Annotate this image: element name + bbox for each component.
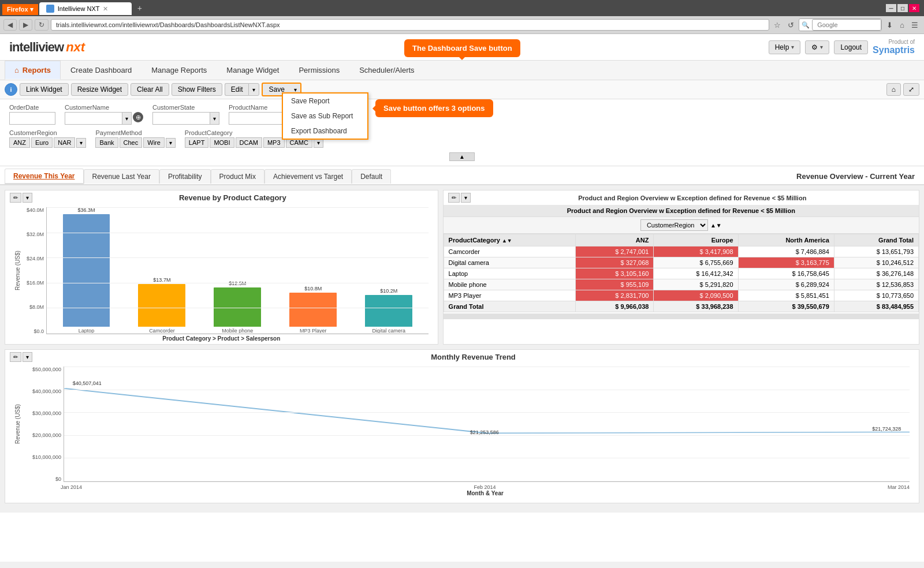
reload-button[interactable]: ↺ [785, 20, 796, 31]
back-button[interactable]: ◀ [3, 19, 17, 31]
order-date-input[interactable] [9, 112, 55, 125]
nav-tab-manage-widget[interactable]: Manage Widget [217, 61, 289, 80]
new-tab-button[interactable]: + [133, 1, 147, 15]
forward-button[interactable]: ▶ [19, 19, 32, 31]
tab-profitability[interactable]: Profitability [159, 169, 211, 184]
customer-region-nar[interactable]: NAR [54, 137, 75, 148]
info-button[interactable]: i [5, 83, 17, 96]
bar-chart-dropdown-btn[interactable]: ▾ [23, 193, 32, 203]
filter-collapse-button[interactable]: ▲ [449, 152, 475, 161]
firefox-button[interactable]: Firefox ▾ [2, 4, 38, 15]
edit-dropdown-button[interactable]: ▾ [248, 83, 259, 96]
bar-chart-x-axis-label: Product Category > Product > Salesperson [14, 335, 429, 342]
cell-laptop-anz: $ 3,105,160 [576, 268, 654, 279]
edit-button[interactable]: Edit [225, 83, 249, 96]
nav-tab-manage-reports-label: Manage Reports [151, 66, 207, 74]
table-horizontal-scrollbar[interactable] [444, 313, 919, 319]
customer-region-dropdown-btn[interactable]: ▾ [76, 138, 86, 148]
logout-button[interactable]: Logout [834, 40, 868, 54]
col-header-anz[interactable]: ANZ [576, 234, 654, 246]
line-chart-dropdown-btn[interactable]: ▾ [23, 352, 32, 362]
window-minimize-button[interactable]: ─ [886, 4, 896, 12]
nav-tab-scheduler-alerts-label: Scheduler/Alerts [359, 66, 414, 74]
cell-mp3-category: MP3 Player [444, 290, 576, 301]
show-filters-button[interactable]: Show Filters [172, 83, 222, 96]
export-dashboard-option[interactable]: Export Dashboard [283, 124, 367, 139]
nav-tab-reports[interactable]: ⌂ Reports [5, 61, 61, 80]
payment-method-dropdown-btn[interactable]: ▾ [166, 138, 176, 148]
settings-button[interactable]: ⚙ ▾ [805, 40, 829, 54]
customer-state-dropdown-btn[interactable]: ▾ [210, 112, 219, 125]
table-filter-select[interactable]: CustomerRegion [640, 219, 708, 231]
toolbar: i Link Widget Resize Widget Clear All Sh… [0, 80, 924, 99]
line-chart-pencil-btn[interactable]: ✏ [10, 352, 21, 362]
search-input[interactable] [812, 19, 881, 31]
refresh-button[interactable]: ↻ [35, 19, 49, 31]
customer-region-euro[interactable]: Euro [31, 137, 53, 148]
bookmark-button[interactable]: ☆ [772, 20, 783, 31]
y-label-2: $32.0M [23, 231, 44, 237]
customer-name-input[interactable] [65, 112, 122, 125]
cell-mp3-na: $ 5,851,451 [738, 290, 834, 301]
payment-bank[interactable]: Bank [95, 137, 118, 148]
category-dcam[interactable]: DCAM [236, 137, 262, 148]
resize-widget-button[interactable]: Resize Widget [71, 83, 128, 96]
col-header-europe[interactable]: Europe [654, 234, 738, 246]
bar-camcorder [138, 284, 185, 327]
bar-laptop-value: $36.3M [77, 207, 95, 213]
help-button[interactable]: Help ▾ [769, 40, 801, 54]
nav-tab-manage-reports[interactable]: Manage Reports [141, 61, 217, 80]
bar-chart-widget: ✏ ▾ Revenue by Product Category Revenue … [5, 190, 438, 345]
col-header-grand-total[interactable]: Grand Total [834, 234, 918, 246]
help-dropdown-arrow: ▾ [791, 44, 794, 50]
payment-wire[interactable]: Wire [143, 137, 165, 148]
settings-nav-button[interactable]: ☰ [909, 20, 921, 31]
payment-chec[interactable]: Chec [120, 137, 143, 148]
cell-laptop-europe: $ 16,412,342 [654, 268, 738, 279]
table-dropdown-btn[interactable]: ▾ [461, 193, 471, 203]
tab-revenue-last-year[interactable]: Revenue Last Year [84, 169, 159, 184]
category-lapt[interactable]: LAPT [185, 137, 209, 148]
nav-tab-scheduler-alerts[interactable]: Scheduler/Alerts [349, 61, 424, 80]
address-bar[interactable] [51, 19, 769, 31]
bar-mobile [214, 287, 261, 327]
bar-laptop-label: Laptop [79, 328, 95, 334]
save-as-sub-report-option[interactable]: Save as Sub Report [283, 109, 367, 124]
download-button[interactable]: ⬇ [884, 20, 895, 31]
tab-default[interactable]: Default [352, 169, 391, 184]
link-widget-button[interactable]: Link Widget [20, 83, 69, 96]
window-maximize-button[interactable]: □ [897, 4, 908, 12]
synaptris-branding: Product of Synaptris [873, 39, 915, 55]
tab-achievement-vs-target[interactable]: Achievement vs Target [264, 169, 352, 184]
customer-region-anz[interactable]: ANZ [9, 137, 30, 148]
clear-all-button[interactable]: Clear All [131, 83, 169, 96]
home-toolbar-button[interactable]: ⌂ [886, 83, 901, 96]
col-header-north-america[interactable]: North America [738, 234, 834, 246]
product-name-input[interactable] [229, 112, 286, 125]
nav-tab-create-dashboard[interactable]: Create Dashboard [61, 61, 141, 80]
expand-button[interactable]: ⤢ [903, 83, 919, 96]
customer-name-dropdown-btn[interactable]: ▾ [122, 112, 132, 125]
category-mobi[interactable]: MOBI [210, 137, 234, 148]
save-report-option[interactable]: Save Report [283, 94, 367, 109]
home-nav-button[interactable]: ⌂ [897, 20, 907, 31]
cell-laptop-total: $ 36,276,148 [834, 268, 918, 279]
line-chart-widget: ✏ ▾ Monthly Revenue Trend Revenue (US$) … [5, 349, 919, 503]
line-chart-title: Monthly Revenue Trend [32, 353, 914, 361]
save-dropdown-menu: Save Report Save as Sub Report Export Da… [282, 92, 368, 140]
cell-grandtotal-na: $ 39,550,679 [738, 301, 834, 312]
bar-chart-pencil-btn[interactable]: ✏ [10, 193, 21, 203]
tab-close-button[interactable]: ✕ [103, 5, 108, 13]
tab-product-mix[interactable]: Product Mix [211, 169, 264, 184]
customer-name-search-btn[interactable]: ⊕ [133, 112, 143, 122]
customer-state-input[interactable] [152, 112, 210, 125]
nav-tab-permissions[interactable]: Permissions [289, 61, 349, 80]
payment-method-field: PaymentMethod Bank Chec Wire ▾ [95, 129, 175, 148]
cell-mp3-total: $ 10,773,650 [834, 290, 918, 301]
tab-revenue-this-year[interactable]: Revenue This Year [5, 169, 84, 184]
x-label-mar: Mar 2014 [888, 484, 910, 490]
table-pencil-btn[interactable]: ✏ [448, 193, 460, 203]
window-close-button[interactable]: ✕ [909, 4, 919, 12]
col-header-category[interactable]: ProductCategory ▲▼ [444, 234, 576, 246]
table-row: MP3 Player $ 2,831,700 $ 2,090,500 $ 5,8… [444, 290, 918, 301]
